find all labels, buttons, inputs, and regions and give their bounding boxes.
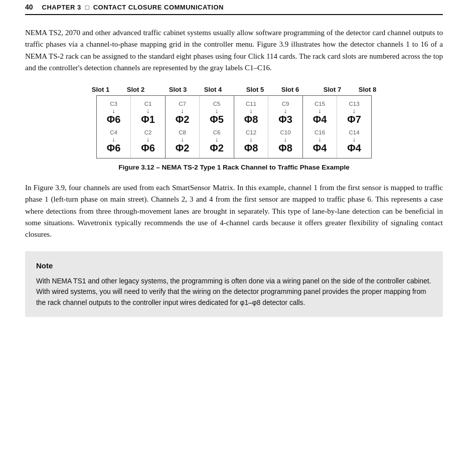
- channel-c9: C9: [282, 101, 289, 107]
- phase-phi2-c6: Φ2: [210, 143, 224, 153]
- phase-phi8-c12: Φ8: [244, 143, 258, 153]
- slot1-top: C3 ↓ Φ6: [99, 101, 128, 124]
- note-title: Note: [36, 260, 432, 272]
- slot-8: C13 ↓ Φ7 C14 ↓ Φ4: [337, 96, 371, 158]
- phase-phi1: Φ1: [141, 114, 155, 124]
- slot1-bottom: C4 ↓ Φ6: [99, 129, 128, 153]
- phase-phi4-c16: Φ4: [313, 143, 327, 153]
- slot-label-8: Slot 8: [352, 86, 383, 93]
- phase-phi8-c11: Φ8: [244, 114, 258, 124]
- phase-phi2-c7: Φ2: [176, 114, 190, 124]
- slot-6: C9 ↓ Φ3 C10 ↓ Φ8: [268, 96, 302, 158]
- slot-label-1: Slot 1: [85, 86, 116, 93]
- section-2: C7 ↓ Φ2 C8 ↓ Φ2 C5 ↓ Φ5: [166, 96, 234, 158]
- page: 40 CHAPTER 3 □ CONTACT CLOSURE COMMUNICA…: [0, 0, 468, 337]
- channel-c8: C8: [179, 129, 186, 135]
- page-number: 40: [25, 3, 33, 11]
- channel-c6: C6: [213, 129, 221, 135]
- slot-2: C1 ↓ Φ1 C2 ↓ Φ6: [131, 96, 165, 158]
- slot-label-4: Slot 4: [198, 86, 229, 93]
- slot5-top: C11 ↓ Φ8: [236, 101, 266, 124]
- phase-phi4-c15: Φ4: [313, 114, 327, 124]
- slot6-bottom: C10 ↓ Φ8: [270, 129, 300, 153]
- chapter-label: CHAPTER 3: [42, 4, 81, 11]
- channel-c3: C3: [110, 101, 117, 107]
- page-header: 40 CHAPTER 3 □ CONTACT CLOSURE COMMUNICA…: [25, 0, 443, 15]
- channel-c13: C13: [349, 101, 359, 107]
- slot-label-5: Slot 5: [240, 86, 271, 93]
- section-4: C15 ↓ Φ4 C16 ↓ Φ4 C13 ↓ Φ7: [303, 96, 371, 158]
- channel-c1: C1: [144, 101, 152, 107]
- slot-label-3: Slot 3: [163, 86, 194, 93]
- channel-c14: C14: [349, 129, 359, 135]
- phase-phi6-c4: Φ6: [107, 143, 121, 153]
- channel-c2: C2: [144, 129, 152, 135]
- slot-3: C7 ↓ Φ2 C8 ↓ Φ2: [166, 96, 200, 158]
- channel-c10: C10: [280, 129, 290, 135]
- header-title: CONTACT CLOSURE COMMUNICATION: [93, 4, 224, 11]
- slot-1: C3 ↓ Φ6 C4 ↓ Φ6: [97, 96, 131, 158]
- slot4-top: C5 ↓ Φ5: [202, 101, 232, 124]
- slot3-top: C7 ↓ Φ2: [168, 101, 197, 124]
- slot-label-2: Slot 2: [120, 86, 151, 93]
- note-text: With NEMA TS1 and other legacy systems, …: [36, 276, 432, 308]
- figure-caption: Figure 3.12 – NEMA TS-2 Type 1 Rack Chan…: [118, 164, 350, 171]
- phase-phi3: Φ3: [278, 114, 292, 124]
- channel-c15: C15: [315, 101, 325, 107]
- slot7-bottom: C16 ↓ Φ4: [305, 129, 335, 153]
- phase-phi6-c3: Φ6: [107, 114, 121, 124]
- slot2-bottom: C2 ↓ Φ6: [133, 129, 163, 153]
- note-box: Note With NEMA TS1 and other legacy syst…: [25, 251, 443, 317]
- body-paragraph-2: In Figure 3.9, four channels are used fr…: [25, 182, 443, 240]
- slot4-bottom: C6 ↓ Φ2: [202, 129, 232, 153]
- slot-7: C15 ↓ Φ4 C16 ↓ Φ4: [303, 96, 337, 158]
- slot-label-7: Slot 7: [317, 86, 348, 93]
- slot7-top: C15 ↓ Φ4: [305, 101, 335, 124]
- channel-c7: C7: [179, 101, 186, 107]
- phase-phi7: Φ7: [347, 114, 361, 124]
- channel-c5: C5: [213, 101, 221, 107]
- slot6-top: C9 ↓ Φ3: [270, 101, 300, 124]
- channel-c4: C4: [110, 129, 117, 135]
- section-3: C11 ↓ Φ8 C12 ↓ Φ8 C9 ↓ Φ3: [234, 96, 303, 158]
- phase-phi6-c2: Φ6: [141, 143, 155, 153]
- phase-phi5: Φ5: [210, 114, 224, 124]
- channel-c16: C16: [315, 129, 325, 135]
- header-separator: □: [85, 4, 89, 11]
- slot-4: C5 ↓ Φ5 C6 ↓ Φ2: [200, 96, 234, 158]
- figure: Slot 1 Slot 2 Slot 3 Slot 4 Slot 5 Slot …: [25, 86, 443, 173]
- phase-phi2-c8: Φ2: [176, 143, 190, 153]
- slot-5: C11 ↓ Φ8 C12 ↓ Φ8: [234, 96, 268, 158]
- channel-c11: C11: [246, 101, 256, 107]
- intro-paragraph: NEMA TS2, 2070 and other advanced traffi…: [25, 27, 443, 74]
- diagram-grid: C3 ↓ Φ6 C4 ↓ Φ6 C1 ↓ Φ1: [96, 95, 372, 158]
- slot3-bottom: C8 ↓ Φ2: [168, 129, 197, 153]
- slot2-top: C1 ↓ Φ1: [133, 101, 163, 124]
- slot-label-6: Slot 6: [275, 86, 306, 93]
- channel-c12: C12: [246, 129, 256, 135]
- slot5-bottom: C12 ↓ Φ8: [236, 129, 266, 153]
- slot8-top: C13 ↓ Φ7: [339, 101, 369, 124]
- phase-phi4-c14: Φ4: [347, 143, 361, 153]
- slot8-bottom: C14 ↓ Φ4: [339, 129, 369, 153]
- section-1: C3 ↓ Φ6 C4 ↓ Φ6 C1 ↓ Φ1: [97, 96, 166, 158]
- phase-phi8-c10: Φ8: [278, 143, 292, 153]
